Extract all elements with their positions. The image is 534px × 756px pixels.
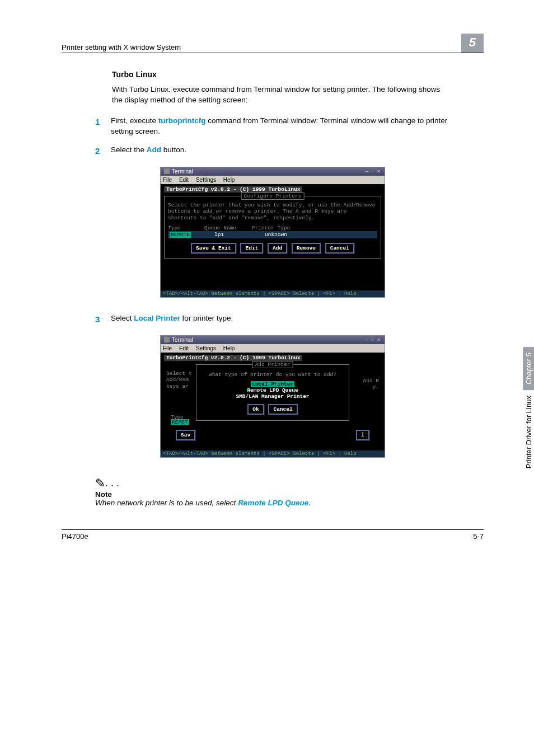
edit-button: Edit bbox=[240, 243, 263, 253]
dialog-title: Add Printer bbox=[252, 361, 293, 368]
col-queue: Queue Name bbox=[204, 225, 246, 231]
terminal-body: TurboPrintCfg v2.0.2 - (C) 1999 TurboLin… bbox=[161, 353, 385, 450]
col-type: Type bbox=[168, 225, 199, 231]
bg-sav-button-frag: Sav bbox=[175, 430, 196, 440]
menubar: File Edit Settings Help bbox=[161, 176, 385, 184]
chapter-number-box: 5 bbox=[461, 34, 484, 53]
ok-button: Ok bbox=[247, 404, 264, 415]
dialog-prompt: What type of printer do you want to add? bbox=[200, 372, 345, 378]
note-post: . bbox=[308, 499, 311, 507]
button-row: Save & Exit Edit Add Remove Cancel bbox=[168, 243, 377, 253]
cancel-button: Cancel bbox=[268, 404, 297, 415]
menubar: File Edit Settings Help bbox=[161, 344, 385, 353]
terminal-screenshot-1: Terminal – ▫ × File Edit Settings Help T… bbox=[160, 167, 385, 298]
window-title: Terminal bbox=[172, 337, 193, 343]
footer-right: 5-7 bbox=[473, 532, 484, 541]
add-button: Add bbox=[268, 243, 287, 253]
note-text: When network printer is to be used, sele… bbox=[95, 499, 484, 507]
step-text-pre: Select bbox=[111, 314, 134, 322]
header-left-text: Printer setting with X window System bbox=[62, 43, 181, 51]
app-header-label: TurboPrintCfg v2.0.2 - (C) 1999 TurboLin… bbox=[164, 355, 381, 361]
note-pre: When network printer is to be used, sele… bbox=[95, 499, 238, 507]
window-title: Terminal bbox=[172, 168, 193, 175]
dialog-instructions: Select the printer that you wish to modi… bbox=[168, 202, 377, 222]
bg-frag: REMOT bbox=[171, 419, 189, 425]
menu-file: File bbox=[163, 345, 172, 351]
configure-printers-dialog: Configure Printers Select the printer th… bbox=[164, 196, 381, 259]
bg-text-right: and R y. bbox=[363, 378, 379, 391]
terminal-body: TurboPrintCfg v2.0.2 - (C) 1999 TurboLin… bbox=[161, 184, 385, 290]
menu-help: Help bbox=[223, 345, 235, 351]
app-header-label: TurboPrintCfg v2.0.2 - (C) 1999 TurboLin… bbox=[164, 186, 381, 192]
step-text: First, execute turboprintcfg command fro… bbox=[111, 116, 450, 137]
button-row: Ok Cancel bbox=[200, 404, 345, 415]
step-text-pre: Select the bbox=[111, 145, 147, 154]
terminal-footer-hints: <TAB>/<Alt-TAB> between elements | <SPAC… bbox=[161, 290, 385, 297]
step-number: 3 bbox=[95, 313, 111, 325]
svg-rect-0 bbox=[164, 168, 170, 174]
page-footer: Pi4700e 5-7 bbox=[62, 529, 484, 541]
bg-frag: and R bbox=[363, 378, 379, 384]
step-number: 1 bbox=[95, 116, 111, 137]
terminal-screenshot-2: Terminal – ▫ × File Edit Settings Help T… bbox=[160, 335, 385, 458]
row-type-highlight: REMOTE bbox=[170, 232, 191, 238]
sidebar-chapter: Chapter 5 bbox=[523, 347, 534, 390]
bg-frag: Select t bbox=[166, 370, 192, 377]
step-text-post: button. bbox=[161, 145, 186, 154]
step-text-pre: First, execute bbox=[111, 116, 158, 125]
menu-edit: Edit bbox=[179, 345, 189, 351]
option-smb-lan: SMB/LAN Manager Printer bbox=[235, 393, 310, 400]
sidebar-label: Printer Driver for Linux bbox=[524, 396, 533, 468]
option-remote-lpd: Remote LPD Queue bbox=[246, 387, 299, 393]
section-title: Turbo Linux bbox=[112, 70, 484, 79]
note-block: ✎. . . Note When network printer is to b… bbox=[95, 475, 484, 507]
app-icon bbox=[164, 337, 170, 342]
note-label: Note bbox=[95, 490, 484, 499]
command-local-printer: Local Printer bbox=[134, 314, 180, 322]
menu-settings: Settings bbox=[196, 345, 216, 351]
row-ptype: Unknown bbox=[265, 232, 287, 238]
side-tab: Printer Driver for Linux Chapter 5 bbox=[523, 347, 534, 468]
terminal-footer-hints: <TAB>/<Alt-TAB> between elements | <SPAC… bbox=[161, 450, 385, 457]
app-icon bbox=[164, 168, 170, 174]
note-command: Remote LPD Queue bbox=[238, 499, 308, 507]
menu-settings: Settings bbox=[196, 177, 216, 183]
bg-1-button-frag: l bbox=[355, 430, 370, 440]
bg-text-left: Select t Add/Rem keys ar bbox=[166, 370, 192, 391]
window-buttons: – ▫ × bbox=[366, 168, 381, 174]
bg-frag: y. bbox=[373, 384, 379, 390]
svg-rect-1 bbox=[164, 337, 170, 342]
step-1: 1 First, execute turboprintcfg command f… bbox=[95, 116, 450, 137]
menu-file: File bbox=[163, 177, 172, 183]
section-intro: With Turbo Linux, execute command from T… bbox=[112, 84, 450, 106]
remove-button: Remove bbox=[292, 243, 321, 253]
command-add: Add bbox=[147, 145, 161, 154]
save-exit-button: Save & Exit bbox=[191, 243, 236, 253]
option-local-printer: Local Printer bbox=[251, 381, 294, 387]
menu-help: Help bbox=[223, 177, 235, 183]
row-queue: lp1 bbox=[214, 232, 248, 238]
printer-row: REMOTE lp1 Unknown bbox=[168, 231, 377, 238]
bg-frag: Add/Rem bbox=[166, 377, 189, 383]
command-turboprintcfg: turboprintcfg bbox=[158, 116, 206, 125]
dialog-title: Configure Printers bbox=[241, 192, 305, 200]
window-titlebar: Terminal – ▫ × bbox=[161, 336, 385, 344]
step-number: 2 bbox=[95, 145, 111, 157]
col-ptype: Printer Type bbox=[252, 225, 290, 231]
step-text-post: for printer type. bbox=[180, 314, 233, 322]
menu-edit: Edit bbox=[179, 177, 189, 183]
printer-table-header: Type Queue Name Printer Type bbox=[168, 225, 377, 231]
add-printer-dialog: Add Printer What type of printer do you … bbox=[196, 364, 349, 421]
footer-left: Pi4700e bbox=[62, 532, 88, 541]
step-text: Select Local Printer for printer type. bbox=[111, 313, 233, 325]
step-3: 3 Select Local Printer for printer type. bbox=[95, 313, 450, 325]
window-buttons: – ▫ × bbox=[366, 337, 381, 342]
window-titlebar: Terminal – ▫ × bbox=[161, 167, 385, 176]
pencil-icon: ✎ bbox=[95, 476, 105, 491]
cancel-button: Cancel bbox=[325, 243, 354, 253]
step-2: 2 Select the Add button. bbox=[95, 145, 450, 157]
bg-frag: keys ar bbox=[166, 383, 189, 389]
page-header: Printer setting with X window System 5 bbox=[62, 34, 484, 53]
step-text: Select the Add button. bbox=[111, 145, 186, 157]
note-dots: . . . bbox=[105, 477, 119, 489]
